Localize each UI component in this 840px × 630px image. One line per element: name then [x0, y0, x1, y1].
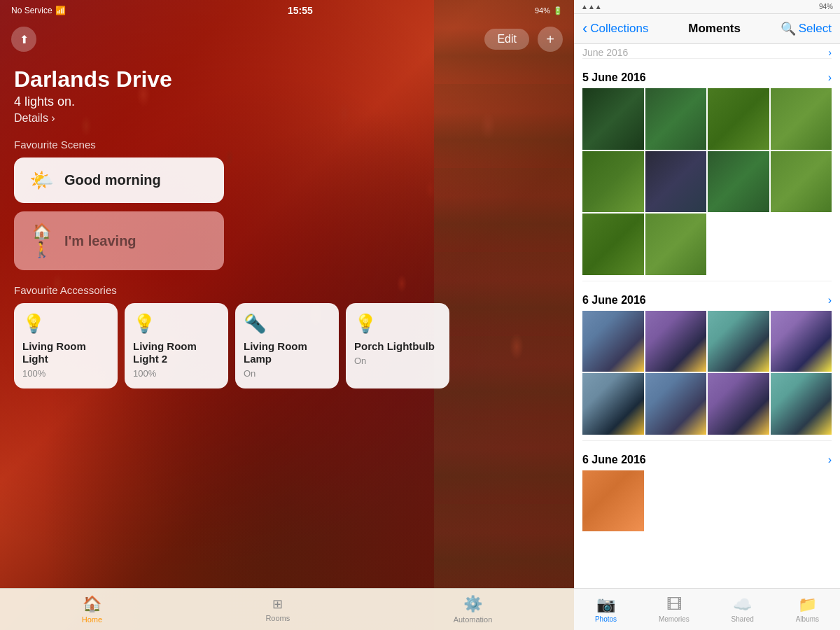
living-room-lamp-status: On: [244, 368, 330, 379]
photos-tab-memories[interactable]: 🎞 Memories: [648, 593, 701, 626]
photos-tab-albums[interactable]: 📁 Albums: [785, 593, 830, 626]
living-room-light-name: Living Room Light: [22, 340, 109, 365]
favourite-accessories-label: Favourite Accessories: [14, 284, 560, 296]
photo-cell[interactable]: [771, 88, 832, 150]
moments-title: Moments: [651, 22, 777, 36]
living-room-light-2-status: 100%: [133, 368, 220, 379]
living-room-lamp-name: Living Room Lamp: [244, 340, 330, 365]
accessories-grid: 💡 Living Room Light 100% 💡 Living Room L…: [14, 303, 560, 388]
add-button[interactable]: +: [538, 27, 563, 52]
automation-tab-label: Automation: [454, 615, 493, 624]
photo-cell[interactable]: [582, 214, 644, 275]
accessory-living-room-light-2[interactable]: 💡 Living Room Light 2 100%: [125, 303, 228, 388]
home-subtitle: 4 lights on.: [14, 94, 560, 109]
date-chevron-6-june-a[interactable]: ›: [828, 294, 832, 307]
scene-card-good-morning[interactable]: 🌤️ Good morning: [14, 158, 224, 203]
accessory-porch-lightbulb[interactable]: 💡 Porch Lightbulb On: [346, 303, 449, 388]
photo-cell[interactable]: [771, 151, 832, 213]
good-morning-label: Good morning: [64, 172, 161, 188]
photo-cell[interactable]: [582, 151, 644, 213]
arrow-icon: ⬆: [20, 33, 29, 46]
search-icon[interactable]: 🔍: [780, 21, 796, 36]
tab-home[interactable]: 🏠 Home: [65, 592, 119, 626]
porch-lightbulb-status: On: [354, 356, 441, 366]
home-content: Darlands Drive 4 lights on. Details › Fa…: [0, 56, 574, 588]
automation-tab-icon: ⚙️: [463, 595, 482, 613]
photos-tab-memories-label: Memories: [659, 615, 690, 623]
home-tab-icon: 🏠: [83, 595, 102, 613]
date-header-6-june-a: 6 June 2016 ›: [582, 290, 832, 311]
living-room-light-2-name: Living Room Light 2: [133, 340, 220, 365]
photo-cell[interactable]: [582, 311, 644, 372]
photos-tabbar: 📷 Photos 🎞 Memories ☁️ Shared 📁 Albums: [574, 588, 840, 630]
date-header-6-june-b: 6 June 2016 ›: [582, 449, 832, 470]
prev-chevron-icon[interactable]: ›: [828, 47, 832, 58]
photo-grid-6-june-b: [582, 470, 832, 532]
section-6-june-2016-b: 6 June 2016 ›: [574, 444, 840, 538]
photo-cell[interactable]: [582, 470, 644, 532]
select-button[interactable]: Select: [799, 22, 832, 36]
signal-status: No Service: [11, 6, 52, 15]
photo-cell[interactable]: [645, 214, 707, 275]
nav-right: Edit +: [484, 27, 563, 52]
living-room-light-status: 100%: [22, 368, 109, 379]
section-5-june-2016: 5 June 2016 ›: [574, 62, 840, 281]
date-title-6-june-b: 6 June 2016: [582, 454, 646, 466]
photo-cell[interactable]: [708, 151, 769, 213]
section-6-june-2016-a: 6 June 2016 ›: [574, 284, 840, 440]
details-link[interactable]: Details ›: [14, 112, 560, 125]
home-tab-label: Home: [82, 615, 102, 624]
photo-cell[interactable]: [645, 373, 707, 435]
location-icon[interactable]: ⬆: [11, 27, 36, 52]
accessory-living-room-lamp[interactable]: 🔦 Living Room Lamp On: [235, 303, 339, 388]
prev-section: June 2016 ›: [574, 44, 840, 58]
tab-automation[interactable]: ⚙️ Automation: [437, 592, 510, 626]
date-title-5-june: 5 June 2016: [582, 71, 646, 84]
home-nav: ⬆ Edit +: [0, 21, 574, 57]
rooms-tab-icon: ⊞: [272, 596, 283, 612]
favourite-scenes-label: Favourite Scenes: [14, 139, 560, 150]
collections-link[interactable]: Collections: [590, 22, 648, 36]
photo-cell[interactable]: [645, 151, 707, 213]
date-chevron-6-june-b[interactable]: ›: [828, 454, 832, 466]
tab-rooms[interactable]: ⊞ Rooms: [248, 594, 307, 625]
photos-scroll[interactable]: June 2016 › 5 June 2016 ›: [574, 44, 840, 588]
photos-tab-photos[interactable]: 📷 Photos: [584, 593, 628, 626]
status-left: No Service 📶: [11, 6, 66, 15]
photos-tab-shared-label: Shared: [732, 615, 754, 623]
photo-cell[interactable]: [771, 311, 832, 372]
photos-signal: ▲▲▲: [581, 3, 602, 10]
status-bar: No Service 📶 15:55 94% 🔋: [0, 0, 574, 21]
photo-cell[interactable]: [708, 88, 769, 150]
good-morning-icon: 🌤️: [28, 169, 55, 192]
photo-cell[interactable]: [582, 88, 644, 150]
photo-grid-5-june: [582, 88, 832, 275]
photos-status-bar: ▲▲▲ 94%: [574, 0, 840, 14]
living-room-light-2-icon: 💡: [133, 313, 220, 335]
home-tabbar: 🏠 Home ⊞ Rooms ⚙️ Automation: [0, 588, 574, 630]
photo-cell[interactable]: [645, 311, 707, 372]
date-chevron-5-june[interactable]: ›: [828, 71, 832, 84]
photo-cell[interactable]: [708, 311, 769, 372]
rooms-tab-label: Rooms: [265, 614, 290, 622]
porch-lightbulb-name: Porch Lightbulb: [354, 340, 441, 353]
photos-nav: ‹ Collections Moments 🔍 Select: [574, 14, 840, 44]
divider-1: [582, 58, 832, 59]
photo-cell[interactable]: [645, 88, 707, 150]
edit-button[interactable]: Edit: [484, 29, 529, 50]
back-icon: ‹: [582, 20, 587, 38]
photo-cell[interactable]: [708, 373, 769, 435]
photos-panel: ▲▲▲ 94% ‹ Collections Moments 🔍 Select J…: [574, 0, 840, 630]
porch-lightbulb-icon: 💡: [354, 313, 441, 335]
photo-cell[interactable]: [582, 373, 644, 435]
photo-cell[interactable]: [771, 373, 832, 435]
living-room-light-icon: 💡: [22, 313, 109, 335]
memories-icon: 🎞: [666, 596, 682, 614]
photos-tab-albums-label: Albums: [796, 615, 819, 623]
photos-tab-shared[interactable]: ☁️ Shared: [720, 593, 765, 626]
battery-icon: 🔋: [553, 6, 563, 15]
scene-card-leaving[interactable]: 🏠🚶 I'm leaving: [14, 211, 224, 270]
shared-icon: ☁️: [733, 596, 752, 614]
accessory-living-room-light[interactable]: 💡 Living Room Light 100%: [14, 303, 118, 388]
back-button[interactable]: ‹: [582, 20, 587, 38]
